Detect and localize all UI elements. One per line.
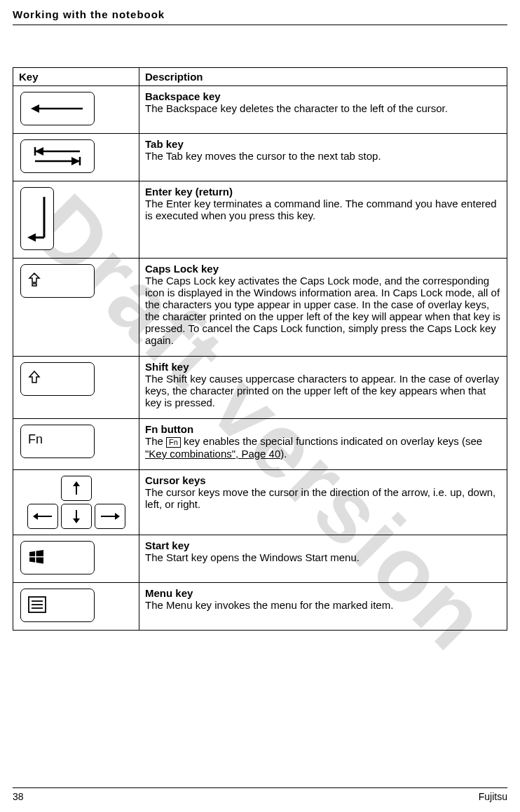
table-row: Shift key The Shift key causes uppercase… (13, 357, 507, 419)
desc-title: Tab key (145, 138, 184, 150)
key-description-table: Key Description Backspace key The Backsp (13, 67, 507, 631)
capslock-key-icon (20, 264, 95, 298)
enter-key-icon (20, 187, 54, 250)
desc-title: Menu key (145, 587, 193, 599)
page-header: Working with the notebook (13, 8, 507, 25)
desc-text: The Enter key terminates a command line.… (145, 198, 497, 221)
desc-text: The Start key opens the Windows Start me… (145, 551, 360, 563)
key-cell-fn: Fn (13, 419, 139, 470)
table-row: Enter key (return) The Enter key termina… (13, 181, 507, 259)
brand-name: Fujitsu (479, 791, 507, 802)
key-cell-tab (13, 134, 139, 181)
menu-key-icon (20, 589, 95, 622)
fn-text-post: ). (280, 448, 287, 460)
key-cell-backspace (13, 86, 139, 134)
arrow-up-key-icon (61, 476, 92, 501)
key-cell-shift (13, 357, 139, 419)
page-footer: 38 Fujitsu (13, 787, 507, 802)
desc-title: Cursor keys (145, 474, 206, 486)
fn-text-pre: The (145, 435, 166, 447)
table-row: Backspace key The Backspace key deletes … (13, 86, 507, 134)
desc-text: The Caps Lock key activates the Caps Loc… (145, 275, 500, 346)
table-row: Start key The Start key opens the Window… (13, 535, 507, 582)
svg-marker-10 (27, 233, 36, 242)
start-key-icon (20, 541, 95, 574)
desc-cell-capslock: Caps Lock key The Caps Lock key activate… (139, 259, 507, 357)
windows-icon (28, 549, 45, 565)
fn-text-mid: key enables the special functions indica… (181, 435, 482, 447)
desc-cell-menu: Menu key The Menu key invokes the menu f… (139, 582, 507, 630)
fn-inline-icon: Fn (166, 437, 181, 448)
table-row: Fn Fn button The Fn key enables the spec… (13, 419, 507, 470)
page-number: 38 (13, 791, 24, 802)
shift-key-icon (20, 362, 95, 396)
desc-title: Caps Lock key (145, 263, 219, 275)
table-row: Caps Lock key The Caps Lock key activate… (13, 259, 507, 357)
column-header-key: Key (13, 68, 139, 86)
desc-title: Enter key (return) (145, 186, 233, 198)
desc-cell-backspace: Backspace key The Backspace key deletes … (139, 86, 507, 134)
svg-marker-16 (73, 518, 80, 523)
svg-marker-1 (31, 104, 39, 113)
arrow-left-key-icon (27, 504, 58, 529)
desc-text: The cursor keys move the cursor in the d… (145, 486, 495, 510)
svg-marker-4 (35, 147, 43, 156)
key-cell-menu (13, 582, 139, 630)
desc-cell-cursor: Cursor keys The cursor keys move the cur… (139, 469, 507, 535)
key-combinations-link[interactable]: "Key combinations", Page 40 (145, 448, 280, 460)
key-cell-enter (13, 181, 139, 259)
tab-key-icon (20, 139, 95, 173)
table-row: Tab key The Tab key moves the cursor to … (13, 134, 507, 181)
svg-marker-14 (33, 513, 38, 520)
fn-key-label: Fn (28, 432, 43, 447)
desc-cell-enter: Enter key (return) The Enter key termina… (139, 181, 507, 259)
desc-title: Shift key (145, 361, 189, 373)
desc-title: Backspace key (145, 90, 221, 102)
svg-marker-18 (115, 513, 120, 520)
key-cell-cursor (13, 469, 139, 535)
desc-title: Fn button (145, 423, 193, 435)
desc-cell-fn: Fn button The Fn key enables the special… (139, 419, 507, 470)
table-row: Menu key The Menu key invokes the menu f… (13, 582, 507, 630)
desc-text: The Fn key enables the special functions… (145, 435, 482, 460)
key-cell-capslock (13, 259, 139, 357)
arrow-right-key-icon (95, 504, 125, 529)
desc-title: Start key (145, 539, 189, 551)
fn-key-icon: Fn (20, 425, 95, 458)
table-row: Cursor keys The cursor keys move the cur… (13, 469, 507, 535)
key-cell-start (13, 535, 139, 582)
desc-text: The Shift key causes uppercase character… (145, 373, 499, 408)
desc-text: The Tab key moves the cursor to the next… (145, 150, 381, 162)
desc-cell-tab: Tab key The Tab key moves the cursor to … (139, 134, 507, 181)
column-header-description: Description (139, 68, 507, 86)
svg-marker-12 (73, 481, 80, 486)
backspace-key-icon (20, 92, 95, 125)
arrow-down-key-icon (61, 504, 92, 529)
desc-cell-shift: Shift key The Shift key causes uppercase… (139, 357, 507, 419)
desc-cell-start: Start key The Start key opens the Window… (139, 535, 507, 582)
desc-text: The Menu key invokes the menu for the ma… (145, 599, 393, 611)
desc-text: The Backspace key deletes the character … (145, 102, 448, 114)
svg-marker-7 (71, 157, 80, 165)
cursor-keys-icon (20, 476, 132, 529)
